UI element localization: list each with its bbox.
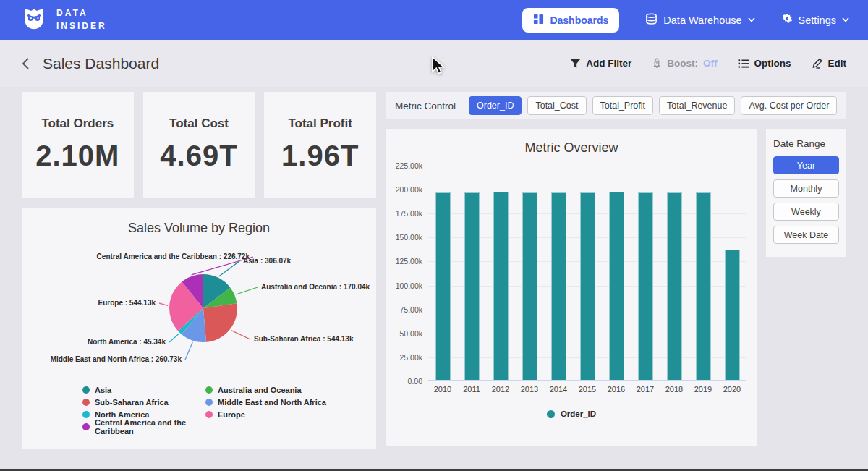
chevron-down-icon <box>842 17 849 22</box>
pie-chart: Asia : 306.07kAustralia and Oceania : 17… <box>22 239 376 378</box>
x-tick-label: 2016 <box>602 385 631 394</box>
legend-label: Australia and Oceania <box>218 386 302 394</box>
metric-control-bar: Metric Control Order_IDTotal_CostTotal_P… <box>386 92 846 119</box>
x-tick-label: 2017 <box>631 385 660 394</box>
x-tick-label: 2015 <box>573 385 602 394</box>
y-tick-label: 0.00 <box>408 377 422 386</box>
legend-dot <box>82 386 90 394</box>
date-range-buttons: YearMonthlyWeeklyWeek Date <box>773 156 839 249</box>
options-list-icon <box>738 59 749 69</box>
bar-plot-area <box>428 166 746 381</box>
kpi-value: 1.96T <box>281 140 359 172</box>
bar-2017 <box>638 192 653 380</box>
x-tick-label: 2010 <box>428 385 457 394</box>
settings-label: Settings <box>799 14 836 26</box>
date-option-weekly[interactable]: Weekly <box>773 203 839 221</box>
pie-legend-item: Middle East and North Africa <box>205 396 326 408</box>
date-option-monthly[interactable]: Monthly <box>773 179 839 198</box>
bar-chart-title: Metric Overview <box>386 129 757 156</box>
bar-2019 <box>696 192 711 380</box>
pie-slice-label: Central America and the Caribbean : 226.… <box>97 253 250 260</box>
dashboards-button[interactable]: Dashboards <box>522 8 619 33</box>
edit-button[interactable]: Edit <box>812 58 847 69</box>
date-range-panel: Date Range YearMonthlyWeeklyWeek Date <box>766 129 846 257</box>
pie-legend: AsiaSub-Saharan AfricaNorth AmericaCentr… <box>22 383 376 433</box>
legend-label: Sub-Saharan Africa <box>95 398 169 407</box>
kpi-label: Total Orders <box>41 116 114 131</box>
metric-option-avg-cost-per-order[interactable]: Avg. Cost per Order <box>741 96 837 115</box>
options-button[interactable]: Options <box>738 58 791 69</box>
pie-chart-card: Sales Volume by Region Asia : 306.07kAus… <box>22 208 376 449</box>
y-tick-label: 25.00k <box>399 353 422 362</box>
edit-pencil-icon <box>812 58 823 69</box>
add-filter-label: Add Filter <box>586 58 631 69</box>
boost-label: Boost: <box>667 58 698 69</box>
pie-slice-label: Sub-Saharan Africa : 544.13k <box>254 335 354 343</box>
pie-callout-line <box>236 287 258 294</box>
pie-legend-item: Central America and the Caribbean <box>82 420 205 433</box>
add-filter-button[interactable]: Add Filter <box>570 58 631 69</box>
date-range-title: Date Range <box>773 138 839 149</box>
pie-legend-item: Asia <box>82 383 205 396</box>
x-tick-label: 2014 <box>544 385 573 394</box>
edit-label: Edit <box>828 58 847 69</box>
metric-option-total-profit[interactable]: Total_Profit <box>592 96 654 115</box>
bar-2013 <box>522 192 537 380</box>
page-title: Sales Dashboard <box>43 55 159 72</box>
date-option-week-date[interactable]: Week Date <box>773 226 839 244</box>
y-tick-label: 125.00k <box>396 257 422 266</box>
data-warehouse-label: Data Warehouse <box>663 14 741 26</box>
x-tick-label: 2020 <box>718 385 746 394</box>
boost-toggle[interactable]: Boost: Off <box>652 58 717 69</box>
y-tick-label: 100.00k <box>396 281 422 290</box>
x-tick-label: 2012 <box>486 385 515 394</box>
dashboard-grid-icon <box>533 14 544 27</box>
metric-control-label: Metric Control <box>395 101 456 111</box>
dashboards-label: Dashboards <box>550 14 608 26</box>
metric-option-total-revenue[interactable]: Total_Revenue <box>659 96 735 115</box>
metric-option-order-id[interactable]: Order_ID <box>469 96 522 115</box>
chevron-left-icon <box>22 57 30 70</box>
y-tick-label: 150.00k <box>396 233 422 242</box>
legend-label: Order_ID <box>561 410 596 418</box>
date-option-year[interactable]: Year <box>773 156 839 174</box>
legend-dot <box>547 410 555 418</box>
pie-legend-item: Australia and Oceania <box>205 383 326 396</box>
metric-option-total-cost[interactable]: Total_Cost <box>527 96 586 115</box>
legend-dot <box>205 411 213 418</box>
data-warehouse-menu[interactable]: Data Warehouse <box>645 13 754 27</box>
chevron-down-icon <box>748 17 755 22</box>
owl-logo-icon <box>20 5 48 35</box>
top-nav: DATA INSIDER Dashboards Da <box>0 0 868 40</box>
legend-dot <box>205 386 213 394</box>
bar-2010 <box>435 192 451 380</box>
pie-legend-item: Sub-Saharan Africa <box>82 396 205 408</box>
y-tick-label: 50.00k <box>399 329 422 338</box>
pie-callout-line <box>169 334 179 342</box>
legend-dot <box>82 399 90 406</box>
metric-buttons: Order_IDTotal_CostTotal_ProfitTotal_Reve… <box>469 96 837 115</box>
bar-2020 <box>725 250 740 380</box>
boost-value: Off <box>703 58 718 69</box>
y-tick-label: 200.00k <box>396 185 422 194</box>
database-icon <box>645 13 658 27</box>
subheader: Sales Dashboard Add Filter Boost: Off Op… <box>0 40 868 87</box>
back-button[interactable] <box>22 57 30 70</box>
bar-chart-card: Metric Overview 225.00k200.00k175.00k150… <box>386 129 757 446</box>
bar-2018 <box>667 192 682 380</box>
legend-label: Middle East and North Africa <box>218 398 326 407</box>
kpi-label: Total Cost <box>169 116 229 131</box>
brand-name: DATA INSIDER <box>56 7 107 33</box>
kpi-card-total-orders: Total Orders 2.10M <box>22 92 134 198</box>
y-tick-label: 75.00k <box>399 305 422 314</box>
kpi-label: Total Profit <box>288 116 352 131</box>
legend-label: Europe <box>218 410 245 419</box>
y-tick-label: 175.00k <box>396 209 422 218</box>
x-tick-label: 2019 <box>689 385 718 394</box>
legend-dot <box>205 399 213 406</box>
x-tick-label: 2013 <box>515 385 544 394</box>
settings-menu[interactable]: Settings <box>781 13 849 27</box>
bar-2015 <box>580 192 595 380</box>
main-content: Total Orders 2.10M Total Cost 4.69T Tota… <box>0 87 868 449</box>
options-label: Options <box>754 58 791 69</box>
